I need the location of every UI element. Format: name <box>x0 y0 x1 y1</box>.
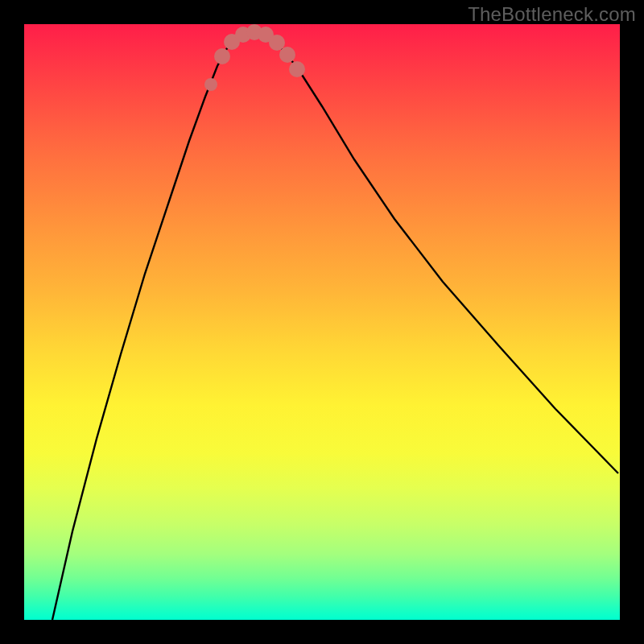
highlight-dot <box>214 48 230 64</box>
highlight-dot <box>204 78 217 91</box>
watermark-text: TheBottleneck.com <box>468 3 636 26</box>
chart-frame: TheBottleneck.com <box>0 0 644 644</box>
curve-svg <box>24 24 620 620</box>
plot-area <box>24 24 620 620</box>
highlight-dot <box>289 61 305 77</box>
bottleneck-curve-path <box>52 32 618 620</box>
highlight-dot <box>279 47 295 63</box>
highlight-dots-group <box>204 24 305 91</box>
